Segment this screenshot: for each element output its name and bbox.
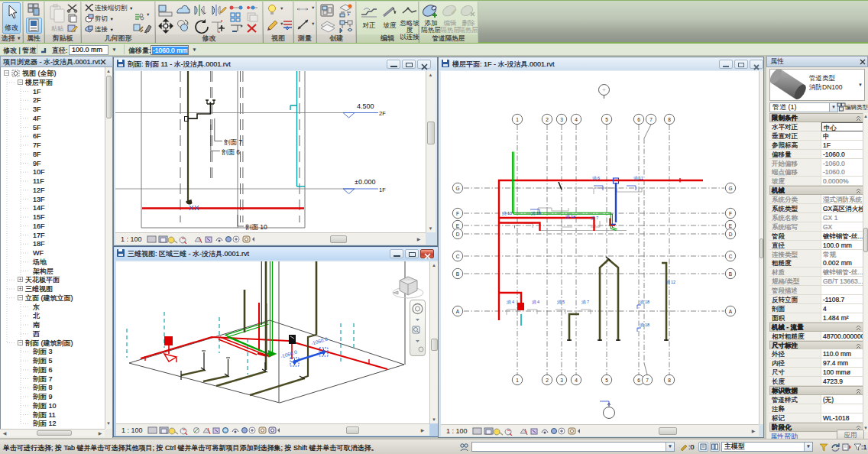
- svg-text:1: 1: [516, 378, 519, 383]
- svg-text:消 18: 消 18: [640, 300, 649, 305]
- svg-text:B: B: [729, 271, 732, 277]
- svg-text:剖面 7: 剖面 7: [224, 138, 242, 146]
- svg-text:A: A: [456, 309, 460, 314]
- svg-text:消 6: 消 6: [592, 176, 600, 181]
- svg-text:±0.000: ±0.000: [355, 178, 375, 186]
- svg-text:G: G: [728, 186, 732, 191]
- svg-text:4: 4: [575, 117, 578, 122]
- svg-text:消 1a: 消 1a: [565, 214, 576, 219]
- svg-text:消 13: 消 13: [502, 211, 512, 216]
- svg-text:6: 6: [637, 378, 640, 383]
- svg-text:D: D: [456, 232, 460, 237]
- svg-text:剖面 10: 剖面 10: [245, 223, 267, 231]
- svg-text:C: C: [456, 254, 460, 259]
- svg-text:F: F: [456, 211, 459, 216]
- svg-text:1: 1: [516, 117, 519, 122]
- svg-text:7: 7: [646, 378, 649, 383]
- svg-text:4.500: 4.500: [357, 102, 374, 110]
- svg-text:6: 6: [637, 117, 640, 122]
- svg-text:-1060.0: -1060.0: [310, 336, 328, 346]
- svg-text:-1060.0: -1060.0: [280, 349, 297, 359]
- svg-text:1F: 1F: [379, 186, 386, 193]
- svg-text:4: 4: [575, 378, 578, 383]
- svg-text:消 5: 消 5: [557, 300, 565, 305]
- svg-text:G: G: [455, 186, 459, 191]
- svg-text:3: 3: [560, 117, 563, 122]
- svg-text:B: B: [456, 271, 459, 277]
- svg-text:消 12: 消 12: [666, 280, 675, 285]
- svg-text:2F: 2F: [379, 110, 386, 117]
- svg-text:消 7: 消 7: [581, 300, 589, 305]
- svg-text:D: D: [729, 232, 733, 237]
- svg-text:8: 8: [668, 378, 671, 383]
- svg-text:消 7: 消 7: [591, 216, 598, 221]
- svg-text:5: 5: [605, 117, 608, 122]
- svg-text:剖面 6: 剖面 6: [222, 148, 240, 156]
- svg-text:2: 2: [546, 117, 549, 122]
- svg-text:C: C: [729, 254, 733, 259]
- svg-text:7: 7: [649, 117, 653, 122]
- svg-text:E: E: [456, 223, 460, 229]
- svg-text:消 4: 消 4: [507, 300, 514, 305]
- svg-text:E: E: [729, 223, 733, 229]
- svg-text:F: F: [729, 211, 732, 216]
- svg-text:3: 3: [560, 378, 563, 383]
- svg-text:8: 8: [668, 117, 671, 122]
- svg-text:2: 2: [546, 378, 549, 383]
- svg-text:消 11: 消 11: [633, 176, 643, 181]
- svg-text:消 18: 消 18: [640, 323, 649, 328]
- svg-text:A: A: [729, 309, 733, 314]
- svg-text:消 4: 消 4: [532, 300, 539, 305]
- svg-text:5: 5: [605, 378, 608, 383]
